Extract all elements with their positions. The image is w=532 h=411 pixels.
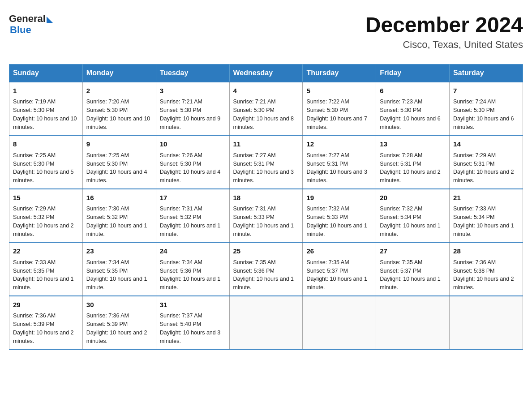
daylight-label: Daylight: 10 hours and 1 minute. <box>233 223 294 237</box>
sunset-label: Sunset: 5:31 PM <box>380 161 421 167</box>
sunset-label: Sunset: 5:30 PM <box>86 107 128 113</box>
calendar-cell: 3 Sunrise: 7:21 AM Sunset: 5:30 PM Dayli… <box>156 82 229 136</box>
sunset-label: Sunset: 5:30 PM <box>160 107 201 113</box>
sunrise-label: Sunrise: 7:22 AM <box>306 98 349 105</box>
daylight-label: Daylight: 10 hours and 9 minutes. <box>160 116 221 130</box>
sunrise-label: Sunrise: 7:34 AM <box>86 259 129 265</box>
day-number: 1 <box>13 86 79 96</box>
calendar-cell: 30 Sunrise: 7:36 AM Sunset: 5:39 PM Dayl… <box>82 296 156 350</box>
logo: General Blue <box>9 13 53 36</box>
sunrise-label: Sunrise: 7:25 AM <box>86 152 129 158</box>
day-number: 16 <box>86 193 152 203</box>
sunset-label: Sunset: 5:32 PM <box>13 214 54 220</box>
day-number: 11 <box>233 139 299 150</box>
day-number: 20 <box>380 193 446 203</box>
calendar-cell <box>229 296 303 350</box>
day-number: 14 <box>453 139 519 150</box>
calendar-week-5: 29 Sunrise: 7:36 AM Sunset: 5:39 PM Dayl… <box>9 296 523 350</box>
day-number: 9 <box>86 139 152 150</box>
sunset-label: Sunset: 5:30 PM <box>233 107 275 113</box>
sunrise-label: Sunrise: 7:21 AM <box>160 98 202 105</box>
daylight-label: Daylight: 10 hours and 1 minute. <box>380 276 441 291</box>
sunset-label: Sunset: 5:34 PM <box>453 214 494 220</box>
sunrise-label: Sunrise: 7:32 AM <box>306 206 349 212</box>
calendar-cell: 19 Sunrise: 7:32 AM Sunset: 5:33 PM Dayl… <box>303 189 376 243</box>
daylight-label: Daylight: 10 hours and 10 minutes. <box>86 116 150 130</box>
calendar-cell: 9 Sunrise: 7:25 AM Sunset: 5:30 PM Dayli… <box>82 135 156 189</box>
day-number: 25 <box>233 246 299 257</box>
daylight-label: Daylight: 10 hours and 4 minutes. <box>86 169 147 184</box>
daylight-label: Daylight: 10 hours and 3 minutes. <box>306 169 367 184</box>
calendar-cell: 1 Sunrise: 7:19 AM Sunset: 5:30 PM Dayli… <box>9 82 83 136</box>
daylight-label: Daylight: 10 hours and 6 minutes. <box>453 116 514 130</box>
calendar-week-2: 8 Sunrise: 7:25 AM Sunset: 5:30 PM Dayli… <box>9 135 523 189</box>
day-number: 2 <box>86 86 152 96</box>
sunrise-label: Sunrise: 7:35 AM <box>233 259 276 265</box>
day-number: 26 <box>306 246 372 257</box>
col-tuesday: Tuesday <box>156 64 229 82</box>
calendar-cell: 25 Sunrise: 7:35 AM Sunset: 5:36 PM Dayl… <box>229 242 303 296</box>
daylight-label: Daylight: 10 hours and 2 minutes. <box>453 276 514 291</box>
daylight-label: Daylight: 10 hours and 1 minute. <box>13 276 74 291</box>
calendar-cell: 14 Sunrise: 7:29 AM Sunset: 5:31 PM Dayl… <box>450 135 523 189</box>
day-number: 30 <box>86 300 152 310</box>
day-number: 19 <box>306 193 372 203</box>
calendar-cell: 28 Sunrise: 7:36 AM Sunset: 5:38 PM Dayl… <box>450 242 523 296</box>
calendar-cell: 20 Sunrise: 7:32 AM Sunset: 5:34 PM Dayl… <box>376 189 450 243</box>
calendar-cell: 8 Sunrise: 7:25 AM Sunset: 5:30 PM Dayli… <box>9 135 83 189</box>
daylight-label: Daylight: 10 hours and 10 minutes. <box>13 116 77 130</box>
daylight-label: Daylight: 10 hours and 1 minute. <box>233 276 294 291</box>
day-number: 24 <box>160 246 226 257</box>
calendar-cell: 2 Sunrise: 7:20 AM Sunset: 5:30 PM Dayli… <box>82 82 156 136</box>
sunset-label: Sunset: 5:30 PM <box>306 107 348 113</box>
calendar-cell: 26 Sunrise: 7:35 AM Sunset: 5:37 PM Dayl… <box>303 242 376 296</box>
daylight-label: Daylight: 10 hours and 2 minutes. <box>453 169 514 184</box>
day-number: 27 <box>380 246 446 257</box>
day-number: 15 <box>13 193 79 203</box>
daylight-label: Daylight: 10 hours and 1 minute. <box>453 223 514 237</box>
logo-general-text: General <box>9 13 46 24</box>
page-subtitle: Cisco, Texas, United States <box>365 39 523 51</box>
day-number: 13 <box>380 139 446 150</box>
sunrise-label: Sunrise: 7:33 AM <box>453 206 496 212</box>
calendar-cell: 21 Sunrise: 7:33 AM Sunset: 5:34 PM Dayl… <box>450 189 523 243</box>
daylight-label: Daylight: 10 hours and 1 minute. <box>306 276 367 291</box>
sunrise-label: Sunrise: 7:19 AM <box>13 98 56 105</box>
sunset-label: Sunset: 5:33 PM <box>233 214 275 220</box>
col-thursday: Thursday <box>303 64 376 82</box>
calendar-cell: 17 Sunrise: 7:31 AM Sunset: 5:32 PM Dayl… <box>156 189 229 243</box>
day-number: 29 <box>13 300 79 310</box>
calendar-cell: 4 Sunrise: 7:21 AM Sunset: 5:30 PM Dayli… <box>229 82 303 136</box>
daylight-label: Daylight: 10 hours and 2 minutes. <box>86 330 147 344</box>
daylight-label: Daylight: 10 hours and 1 minute. <box>380 223 441 237</box>
sunrise-label: Sunrise: 7:29 AM <box>13 206 56 212</box>
page-header: General Blue December 2024 Cisco, Texas,… <box>9 9 523 55</box>
calendar-header-row: Sunday Monday Tuesday Wednesday Thursday… <box>9 64 523 82</box>
title-block: December 2024 Cisco, Texas, United State… <box>365 13 523 51</box>
sunset-label: Sunset: 5:35 PM <box>13 268 54 274</box>
daylight-label: Daylight: 10 hours and 1 minute. <box>86 276 147 291</box>
day-number: 5 <box>306 86 372 96</box>
sunrise-label: Sunrise: 7:36 AM <box>86 313 129 319</box>
sunset-label: Sunset: 5:34 PM <box>380 214 421 220</box>
daylight-label: Daylight: 10 hours and 4 minutes. <box>160 169 221 184</box>
calendar-cell: 15 Sunrise: 7:29 AM Sunset: 5:32 PM Dayl… <box>9 189 83 243</box>
sunrise-label: Sunrise: 7:20 AM <box>86 98 129 105</box>
sunrise-label: Sunrise: 7:23 AM <box>380 98 422 105</box>
calendar-cell: 11 Sunrise: 7:27 AM Sunset: 5:31 PM Dayl… <box>229 135 303 189</box>
calendar-cell <box>376 296 450 350</box>
sunrise-label: Sunrise: 7:29 AM <box>453 152 496 158</box>
sunset-label: Sunset: 5:40 PM <box>160 321 201 327</box>
col-wednesday: Wednesday <box>229 64 303 82</box>
col-friday: Friday <box>376 64 450 82</box>
daylight-label: Daylight: 10 hours and 2 minutes. <box>13 223 74 237</box>
daylight-label: Daylight: 10 hours and 1 minute. <box>160 276 221 291</box>
calendar-table: Sunday Monday Tuesday Wednesday Thursday… <box>9 64 523 350</box>
sunset-label: Sunset: 5:35 PM <box>86 268 128 274</box>
daylight-label: Daylight: 10 hours and 3 minutes. <box>160 330 221 344</box>
day-number: 10 <box>160 139 226 150</box>
day-number: 18 <box>233 193 299 203</box>
col-saturday: Saturday <box>450 64 523 82</box>
sunrise-label: Sunrise: 7:31 AM <box>160 206 202 212</box>
daylight-label: Daylight: 10 hours and 6 minutes. <box>380 116 441 130</box>
